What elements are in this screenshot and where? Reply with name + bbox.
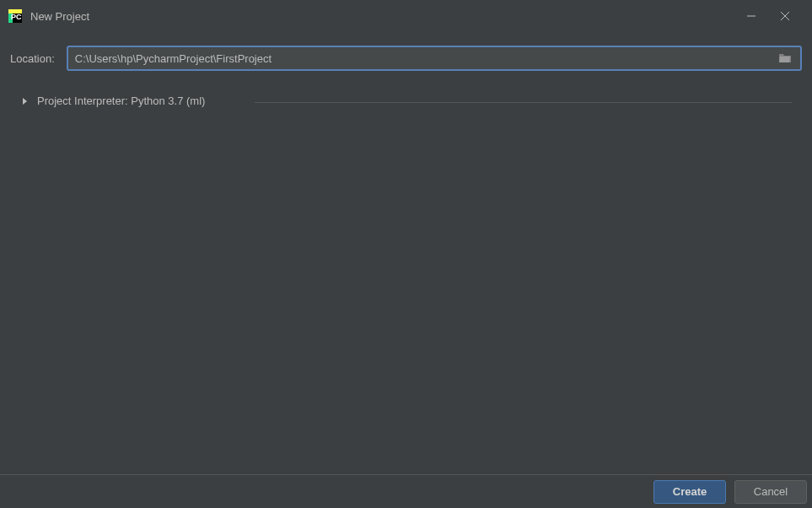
close-button[interactable]: [780, 11, 790, 21]
cancel-button[interactable]: Cancel: [734, 480, 807, 504]
interpreter-label: Project Interpreter: Python 3.7 (ml): [37, 95, 205, 107]
create-button[interactable]: Create: [653, 480, 726, 504]
location-input-wrapper: [67, 46, 802, 71]
separator-line: [255, 102, 792, 103]
location-row: Location:: [10, 46, 802, 71]
button-bar: Create Cancel: [0, 474, 812, 508]
window-controls: [746, 11, 804, 21]
pycharm-icon: PC: [8, 9, 22, 23]
browse-folder-icon[interactable]: [770, 52, 800, 64]
window-title: New Project: [30, 10, 746, 23]
location-label: Location:: [10, 52, 55, 65]
location-input[interactable]: [68, 52, 770, 65]
titlebar: PC New Project: [0, 0, 812, 32]
minimize-button[interactable]: [746, 11, 756, 21]
content-area: Location: Project Interpreter: Python 3.…: [0, 32, 812, 111]
interpreter-row[interactable]: Project Interpreter: Python 3.7 (ml): [10, 95, 802, 107]
chevron-right-icon: [22, 97, 29, 105]
svg-text:PC: PC: [11, 13, 22, 21]
